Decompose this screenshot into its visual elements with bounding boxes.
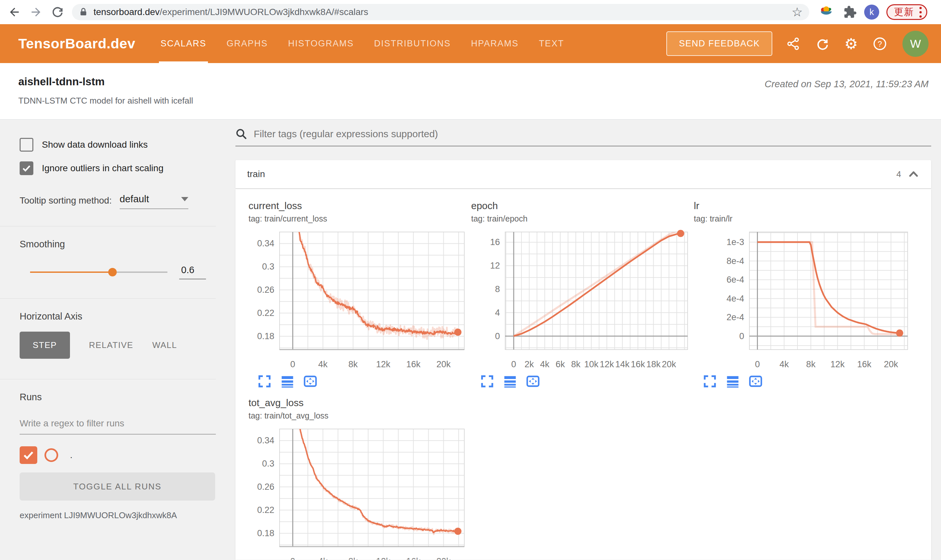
- svg-text:0: 0: [495, 331, 500, 341]
- svg-text:16k: 16k: [857, 359, 872, 369]
- nav-tabs: SCALARS GRAPHS HISTOGRAMS DISTRIBUTIONS …: [150, 24, 574, 63]
- browser-menu-icon[interactable]: [919, 7, 922, 18]
- send-feedback-button[interactable]: SEND FEEDBACK: [666, 31, 772, 56]
- chart-tot-avg-loss: tot_avg_loss tag: train/tot_avg_loss 04k…: [248, 397, 471, 560]
- svg-text:4k: 4k: [779, 359, 789, 369]
- expand-chart-icon[interactable]: [257, 374, 272, 389]
- tab-graphs[interactable]: GRAPHS: [216, 24, 278, 63]
- chart-title: epoch: [471, 200, 694, 211]
- svg-text:16k: 16k: [631, 359, 645, 369]
- app-logo[interactable]: TensorBoard.dev: [18, 35, 135, 52]
- fit-domain-icon[interactable]: [748, 374, 763, 389]
- tooltip-sorting-select[interactable]: default: [120, 194, 188, 209]
- bookmark-star-icon[interactable]: ☆: [791, 6, 803, 18]
- experiment-header: aishell-tdnn-lstm TDNN-LSTM CTC model fo…: [0, 63, 941, 120]
- tab-hparams[interactable]: HPARAMS: [461, 24, 529, 63]
- svg-text:0: 0: [755, 359, 760, 369]
- svg-text:12k: 12k: [376, 556, 390, 560]
- expand-chart-icon[interactable]: [702, 374, 717, 389]
- svg-text:14k: 14k: [616, 359, 630, 369]
- tab-histograms[interactable]: HISTOGRAMS: [278, 24, 364, 63]
- extensions-puzzle-icon[interactable]: [843, 5, 857, 19]
- smoothing-slider[interactable]: [30, 268, 167, 276]
- url-text[interactable]: tensorboard.dev/experiment/LJI9MWUORLOw3…: [94, 7, 788, 17]
- main-panel: Filter tags (regular expressions support…: [216, 120, 941, 560]
- svg-text:0.22: 0.22: [257, 308, 274, 318]
- chart-plot[interactable]: 04k8k12k16k20k0.180.220.260.30.34: [248, 425, 469, 560]
- svg-text:0.18: 0.18: [257, 528, 274, 538]
- run-name: .: [70, 450, 73, 460]
- runs-filter-input[interactable]: Write a regex to filter runs: [20, 418, 216, 435]
- axis-step-button[interactable]: STEP: [20, 332, 70, 359]
- show-download-links-row[interactable]: Show data download links: [20, 138, 206, 152]
- smoothing-label: Smoothing: [20, 239, 206, 249]
- svg-text:8k: 8k: [571, 359, 581, 369]
- update-label: 更新: [894, 6, 914, 18]
- tab-scalars[interactable]: SCALARS: [150, 24, 216, 63]
- runs-label: Runs: [20, 392, 206, 403]
- forward-icon[interactable]: [29, 5, 43, 19]
- chart-plot[interactable]: 04k8k12k16k20k02e-44e-46e-48e-41e-3: [694, 228, 912, 373]
- ignore-outliers-checkbox[interactable]: [20, 162, 33, 175]
- svg-text:0: 0: [511, 359, 516, 369]
- show-download-links-checkbox[interactable]: [20, 138, 33, 152]
- account-avatar[interactable]: W: [902, 31, 929, 57]
- svg-text:20k: 20k: [437, 556, 451, 560]
- svg-text:12k: 12k: [830, 359, 845, 369]
- tab-text[interactable]: TEXT: [529, 24, 574, 63]
- chart-title: tot_avg_loss: [248, 397, 471, 408]
- run-checkbox[interactable]: [20, 446, 37, 464]
- extension-fruit-icon[interactable]: [819, 5, 833, 19]
- chart-title: lr: [694, 200, 923, 211]
- toggle-all-runs-button[interactable]: TOGGLE ALL RUNS: [20, 472, 215, 500]
- ignore-outliers-row[interactable]: Ignore outliers in chart scaling: [20, 162, 206, 175]
- toggle-log-scale-icon[interactable]: [280, 374, 295, 389]
- svg-text:12k: 12k: [600, 359, 614, 369]
- chart-plot[interactable]: 02k4k6k8k10k12k14k16k18k20k0481216: [471, 228, 692, 373]
- browser-update-button[interactable]: 更新: [886, 4, 927, 20]
- back-icon[interactable]: [7, 5, 22, 19]
- toggle-log-scale-icon[interactable]: [503, 374, 518, 389]
- divider: [0, 379, 216, 379]
- chart-title: current_loss: [248, 200, 471, 211]
- svg-text:0: 0: [290, 359, 295, 369]
- svg-text:0.3: 0.3: [262, 262, 274, 271]
- app-header: TensorBoard.dev SCALARS GRAPHS HISTOGRAM…: [0, 24, 941, 63]
- svg-text:10k: 10k: [584, 359, 599, 369]
- tag-filter[interactable]: Filter tags (regular expressions support…: [235, 128, 931, 146]
- svg-text:8: 8: [495, 284, 500, 294]
- tab-distributions[interactable]: DISTRIBUTIONS: [364, 24, 461, 63]
- axis-wall-button[interactable]: WALL: [152, 340, 177, 350]
- train-section-header[interactable]: train 4: [235, 160, 931, 188]
- run-row[interactable]: .: [20, 446, 206, 464]
- svg-text:20k: 20k: [437, 359, 451, 369]
- svg-text:12: 12: [490, 261, 500, 271]
- check-icon: [21, 163, 32, 174]
- axis-relative-button[interactable]: RELATIVE: [89, 340, 133, 350]
- help-icon[interactable]: ?: [872, 36, 887, 51]
- fit-domain-icon[interactable]: [303, 374, 318, 389]
- svg-text:8e-4: 8e-4: [727, 256, 744, 266]
- svg-text:4k: 4k: [318, 359, 328, 369]
- section-title: train: [247, 169, 265, 179]
- chevron-up-icon[interactable]: [908, 168, 919, 180]
- toggle-log-scale-icon[interactable]: [725, 374, 740, 389]
- settings-gear-icon[interactable]: ⚙: [844, 36, 859, 51]
- chart-plot[interactable]: 04k8k12k16k20k0.180.220.260.30.34: [248, 228, 469, 373]
- smoothing-value-input[interactable]: 0.6: [179, 265, 206, 279]
- experiment-id-line: experiment LJI9MWUORLOw3jkdhxwk8A: [20, 510, 206, 520]
- slider-knob[interactable]: [108, 268, 117, 276]
- url-bar[interactable]: tensorboard.dev/experiment/LJI9MWUORLOw3…: [72, 4, 809, 20]
- fit-domain-icon[interactable]: [525, 374, 540, 389]
- reload-icon[interactable]: [50, 5, 65, 19]
- svg-text:8k: 8k: [349, 556, 358, 560]
- tag-filter-placeholder[interactable]: Filter tags (regular expressions support…: [254, 128, 438, 140]
- share-icon[interactable]: [786, 36, 801, 51]
- show-download-links-label: Show data download links: [42, 140, 148, 150]
- expand-chart-icon[interactable]: [480, 374, 495, 389]
- browser-profile-avatar[interactable]: k: [864, 5, 879, 20]
- svg-text:0.26: 0.26: [257, 285, 274, 295]
- chart-lr: lr tag: train/lr 04k8k12k16k20k02e-44e-4…: [694, 200, 923, 389]
- search-icon: [235, 128, 247, 140]
- refresh-icon[interactable]: [815, 36, 830, 51]
